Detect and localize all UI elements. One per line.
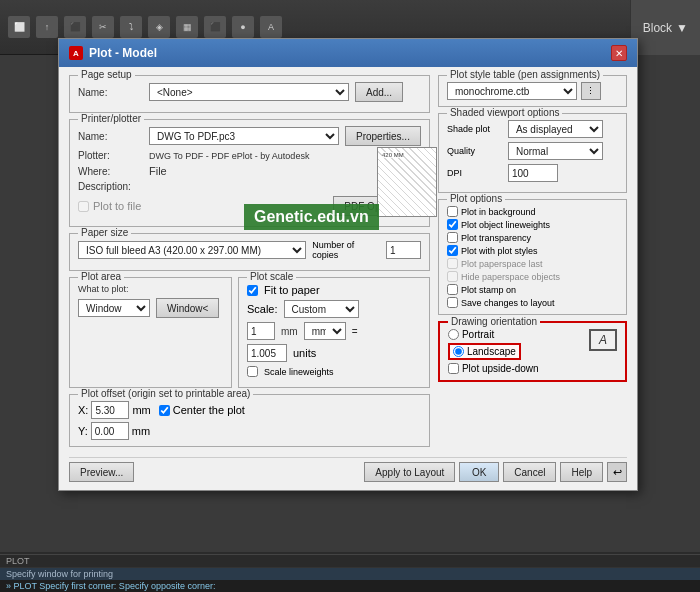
plotter-value: DWG To PDF - PDF ePlot - by Autodesk: [149, 151, 309, 161]
window-button[interactable]: Window<: [156, 298, 219, 318]
paper-size-select[interactable]: ISO full bleed A3 (420.00 x 297.00 MM): [78, 241, 306, 259]
add-button[interactable]: Add...: [355, 82, 403, 102]
shade-plot-row: Shade plot As displayed: [447, 120, 618, 138]
scale-lineweights-checkbox[interactable]: [247, 366, 258, 377]
toolbar-icon-8[interactable]: ⬛: [204, 16, 226, 38]
paper-preview: 420 MM: [377, 147, 437, 217]
plot-scale-label: Plot scale: [247, 271, 296, 282]
drawing-orientation-label: Drawing orientation: [448, 316, 540, 327]
quality-select[interactable]: Normal: [508, 142, 603, 160]
autocad-icon: A: [69, 46, 83, 60]
scale-value1[interactable]: [247, 322, 275, 340]
num-copies-area: Number of copies: [312, 240, 421, 260]
what-to-plot-select[interactable]: Window: [78, 299, 150, 317]
portrait-option[interactable]: Portrait: [448, 329, 585, 340]
toolbar-icon-3[interactable]: ⬛: [64, 16, 86, 38]
toolbar-icon-7[interactable]: ▦: [176, 16, 198, 38]
paper-dim1: 420 MM: [382, 152, 404, 158]
toolbar-icon-5[interactable]: ⤵: [120, 16, 142, 38]
opt-plot-stamp[interactable]: Plot stamp on: [447, 284, 618, 295]
toolbar-icon-6[interactable]: ◈: [148, 16, 170, 38]
landscape-option[interactable]: Landscape: [448, 343, 585, 360]
opt-lineweights[interactable]: Plot object lineweights: [447, 219, 618, 230]
upside-down-option[interactable]: Plot upside-down: [448, 363, 585, 374]
orientation-options: Portrait Landscape Plot upside-down: [448, 329, 585, 374]
plot-to-file-checkbox[interactable]: [78, 201, 89, 212]
y-input[interactable]: [91, 422, 129, 440]
mm-select[interactable]: mm: [304, 322, 346, 340]
center-plot-checkbox[interactable]: [159, 405, 170, 416]
dialog-body: Page setup Name: <None> Add... Printer/p…: [59, 67, 637, 490]
toolbar-icon-9[interactable]: ●: [232, 16, 254, 38]
shade-plot-label: Shade plot: [447, 124, 502, 134]
where-row: Where: File: [78, 165, 421, 177]
help-button[interactable]: Help: [560, 462, 603, 482]
landscape-radio[interactable]: [453, 346, 464, 357]
page-setup-name-row: Name: <None> Add...: [78, 82, 421, 102]
page-setup-name-select[interactable]: <None>: [149, 83, 349, 101]
y-row: Y: mm: [78, 422, 421, 440]
apply-to-layout-button[interactable]: Apply to Layout: [364, 462, 455, 482]
paper-preview-pattern: [378, 148, 436, 216]
scale-lineweights-row: Scale lineweights: [247, 366, 421, 377]
plot-dialog: A Plot - Model ✕ Page setup Name: <None>…: [58, 38, 638, 491]
toolbar-icon-2[interactable]: ↑: [36, 16, 58, 38]
plot-area-label: Plot area: [78, 271, 124, 282]
upside-down-checkbox[interactable]: [448, 363, 459, 374]
ok-button[interactable]: OK: [459, 462, 499, 482]
block-button[interactable]: Block ▼: [630, 0, 700, 55]
plot-offset-section: Plot offset (origin set to printable are…: [69, 394, 430, 447]
dpi-input[interactable]: [508, 164, 558, 182]
toolbar-icon-10[interactable]: A: [260, 16, 282, 38]
printer-label: Printer/plotter: [78, 113, 144, 124]
plot-style-edit-button[interactable]: ⋮: [581, 82, 601, 100]
x-input[interactable]: [91, 401, 129, 419]
printer-name-select[interactable]: DWG To PDF.pc3: [149, 127, 339, 145]
equals-sign: =: [352, 326, 358, 337]
portrait-radio[interactable]: [448, 329, 459, 340]
landscape-radio-group[interactable]: Landscape: [448, 343, 521, 360]
paper-size-label: Paper size: [78, 227, 131, 238]
plot-style-select[interactable]: monochrome.ctb: [447, 82, 577, 100]
close-button[interactable]: ✕: [611, 45, 627, 61]
opt-plot-styles[interactable]: Plot with plot styles: [447, 245, 618, 256]
center-plot-label: Center the plot: [173, 404, 245, 416]
fit-to-paper-checkbox[interactable]: [247, 285, 258, 296]
preview-button[interactable]: Preview...: [69, 462, 134, 482]
opt-save-changes[interactable]: Save changes to layout: [447, 297, 618, 308]
right-column: Plot style table (pen assignments) monoc…: [438, 75, 627, 453]
toolbar-icon-1[interactable]: ⬜: [8, 16, 30, 38]
scale-value2[interactable]: [247, 344, 287, 362]
landscape-icon: [589, 329, 617, 351]
scale-select[interactable]: Custom: [284, 300, 359, 318]
cmd-line1: Specify window for printing: [0, 568, 700, 580]
cmd-label: PLOT: [0, 555, 700, 568]
y-label: Y:: [78, 425, 88, 437]
plotter-row: Plotter: DWG To PDF - PDF ePlot - by Aut…: [78, 150, 421, 161]
watermark-text: Genetic.edu.vn: [254, 208, 369, 225]
toolbar-icons: ⬜ ↑ ⬛ ✂ ⤵ ◈ ▦ ⬛ ● A: [8, 16, 692, 38]
block-chevron-icon: ▼: [676, 21, 688, 35]
command-area: PLOT Specify window for printing » PLOT …: [0, 554, 700, 592]
plot-to-file-row: Plot to file: [78, 200, 141, 212]
toolbar-icon-4[interactable]: ✂: [92, 16, 114, 38]
window-row: Window Window<: [78, 298, 223, 318]
shade-plot-select[interactable]: As displayed: [508, 120, 603, 138]
opt-background[interactable]: Plot in background: [447, 206, 618, 217]
fit-paper-row: Fit to paper: [247, 284, 421, 296]
drawing-orientation-section: Drawing orientation Portrait Landscape: [438, 321, 627, 382]
plot-options-section: Plot options Plot in background Plot obj…: [438, 199, 627, 315]
dpi-row: DPI: [447, 164, 618, 182]
plot-options-list: Plot in background Plot object lineweigh…: [447, 206, 618, 308]
fit-to-paper-label: Fit to paper: [264, 284, 320, 296]
x-label: X:: [78, 404, 88, 416]
help-icon-button[interactable]: ↩: [607, 462, 627, 482]
page-setup-label: Page setup: [78, 69, 135, 80]
num-copies-input[interactable]: [386, 241, 421, 259]
properties-button[interactable]: Properties...: [345, 126, 421, 146]
cancel-button[interactable]: Cancel: [503, 462, 556, 482]
opt-transparency[interactable]: Plot transparency: [447, 232, 618, 243]
plot-style-section: Plot style table (pen assignments) monoc…: [438, 75, 627, 107]
y-mm: mm: [132, 425, 150, 437]
quality-label: Quality: [447, 146, 502, 156]
